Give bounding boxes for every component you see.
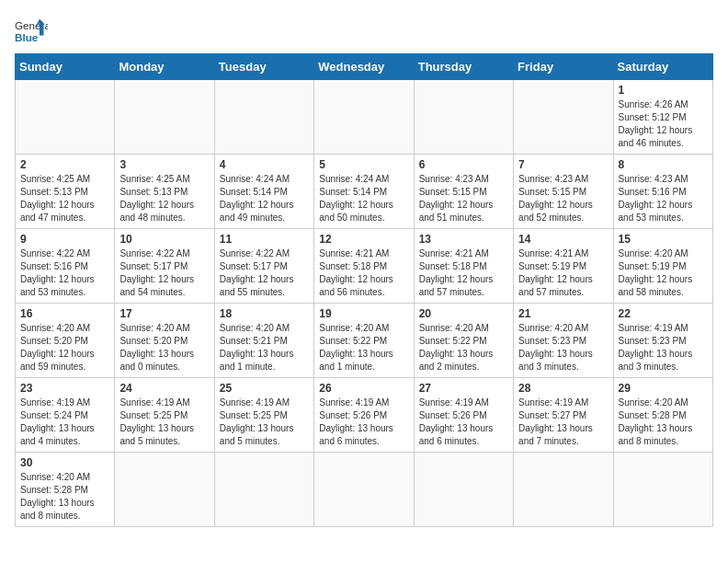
day-info: Sunrise: 4:19 AM Sunset: 5:23 PM Dayligh… xyxy=(619,322,708,373)
day-info: Sunrise: 4:24 AM Sunset: 5:14 PM Dayligh… xyxy=(220,173,309,224)
day-info: Sunrise: 4:19 AM Sunset: 5:26 PM Dayligh… xyxy=(419,396,508,448)
day-info: Sunrise: 4:22 AM Sunset: 5:16 PM Dayligh… xyxy=(20,247,109,299)
day-info: Sunrise: 4:23 AM Sunset: 5:15 PM Dayligh… xyxy=(419,173,508,224)
day-cell: 7Sunrise: 4:23 AM Sunset: 5:15 PM Daylig… xyxy=(514,155,613,229)
day-cell: 29Sunrise: 4:20 AM Sunset: 5:28 PM Dayli… xyxy=(613,378,712,453)
day-info: Sunrise: 4:21 AM Sunset: 5:19 PM Dayligh… xyxy=(518,247,608,299)
week-row-3: 16Sunrise: 4:20 AM Sunset: 5:20 PM Dayli… xyxy=(16,304,713,378)
day-number: 15 xyxy=(619,233,708,246)
week-row-2: 9Sunrise: 4:22 AM Sunset: 5:16 PM Daylig… xyxy=(16,229,713,304)
day-number: 13 xyxy=(419,233,508,246)
day-cell: 28Sunrise: 4:19 AM Sunset: 5:27 PM Dayli… xyxy=(514,378,613,453)
day-cell: 13Sunrise: 4:21 AM Sunset: 5:18 PM Dayli… xyxy=(414,229,513,304)
day-info: Sunrise: 4:26 AM Sunset: 5:12 PM Dayligh… xyxy=(619,98,708,150)
day-info: Sunrise: 4:25 AM Sunset: 5:13 PM Dayligh… xyxy=(119,173,209,224)
day-number: 3 xyxy=(119,158,209,171)
day-number: 25 xyxy=(220,382,309,395)
day-info: Sunrise: 4:23 AM Sunset: 5:16 PM Dayligh… xyxy=(619,173,708,224)
day-info: Sunrise: 4:20 AM Sunset: 5:22 PM Dayligh… xyxy=(319,322,408,373)
day-cell: 8Sunrise: 4:23 AM Sunset: 5:16 PM Daylig… xyxy=(613,155,712,229)
weekday-header-sunday: Sunday xyxy=(16,54,115,80)
header: General Blue xyxy=(15,15,713,48)
day-cell xyxy=(16,80,115,155)
day-number: 11 xyxy=(220,233,309,246)
day-number: 1 xyxy=(619,84,708,97)
day-cell xyxy=(214,453,313,527)
day-info: Sunrise: 4:20 AM Sunset: 5:19 PM Dayligh… xyxy=(619,247,708,299)
weekday-header-monday: Monday xyxy=(115,54,214,80)
day-info: Sunrise: 4:24 AM Sunset: 5:14 PM Dayligh… xyxy=(319,173,408,224)
week-row-4: 23Sunrise: 4:19 AM Sunset: 5:24 PM Dayli… xyxy=(16,378,713,453)
day-cell: 1Sunrise: 4:26 AM Sunset: 5:12 PM Daylig… xyxy=(613,80,712,155)
day-info: Sunrise: 4:22 AM Sunset: 5:17 PM Dayligh… xyxy=(119,247,209,299)
day-cell: 18Sunrise: 4:20 AM Sunset: 5:21 PM Dayli… xyxy=(214,304,313,378)
day-number: 28 xyxy=(518,382,608,395)
day-cell: 21Sunrise: 4:20 AM Sunset: 5:23 PM Dayli… xyxy=(514,304,613,378)
day-cell: 26Sunrise: 4:19 AM Sunset: 5:26 PM Dayli… xyxy=(314,378,414,453)
logo-icon: General Blue xyxy=(15,15,48,48)
day-cell: 9Sunrise: 4:22 AM Sunset: 5:16 PM Daylig… xyxy=(16,229,115,304)
day-info: Sunrise: 4:20 AM Sunset: 5:20 PM Dayligh… xyxy=(119,322,209,373)
day-number: 24 xyxy=(119,382,209,395)
day-cell xyxy=(414,80,513,155)
day-cell: 15Sunrise: 4:20 AM Sunset: 5:19 PM Dayli… xyxy=(613,229,712,304)
day-info: Sunrise: 4:21 AM Sunset: 5:18 PM Dayligh… xyxy=(419,247,508,299)
day-cell: 3Sunrise: 4:25 AM Sunset: 5:13 PM Daylig… xyxy=(115,155,214,229)
day-cell: 5Sunrise: 4:24 AM Sunset: 5:14 PM Daylig… xyxy=(314,155,414,229)
day-cell xyxy=(115,80,214,155)
day-number: 19 xyxy=(319,307,408,320)
day-info: Sunrise: 4:20 AM Sunset: 5:23 PM Dayligh… xyxy=(518,322,608,373)
day-cell: 30Sunrise: 4:20 AM Sunset: 5:28 PM Dayli… xyxy=(16,453,115,527)
day-number: 16 xyxy=(20,307,109,320)
logo: General Blue xyxy=(15,15,48,48)
day-number: 30 xyxy=(20,456,109,469)
day-number: 2 xyxy=(20,158,109,171)
day-number: 27 xyxy=(419,382,508,395)
svg-text:Blue: Blue xyxy=(15,31,39,43)
day-cell xyxy=(414,453,513,527)
day-number: 5 xyxy=(319,158,408,171)
day-number: 17 xyxy=(119,307,209,320)
day-info: Sunrise: 4:21 AM Sunset: 5:18 PM Dayligh… xyxy=(319,247,408,299)
day-number: 6 xyxy=(419,158,508,171)
day-info: Sunrise: 4:25 AM Sunset: 5:13 PM Dayligh… xyxy=(20,173,109,224)
weekday-header-friday: Friday xyxy=(514,54,613,80)
day-cell: 23Sunrise: 4:19 AM Sunset: 5:24 PM Dayli… xyxy=(16,378,115,453)
day-info: Sunrise: 4:23 AM Sunset: 5:15 PM Dayligh… xyxy=(518,173,608,224)
day-info: Sunrise: 4:20 AM Sunset: 5:22 PM Dayligh… xyxy=(419,322,508,373)
day-cell: 20Sunrise: 4:20 AM Sunset: 5:22 PM Dayli… xyxy=(414,304,513,378)
day-number: 9 xyxy=(20,233,109,246)
day-number: 23 xyxy=(20,382,109,395)
day-number: 8 xyxy=(619,158,708,171)
day-info: Sunrise: 4:19 AM Sunset: 5:27 PM Dayligh… xyxy=(518,396,608,448)
day-cell: 27Sunrise: 4:19 AM Sunset: 5:26 PM Dayli… xyxy=(414,378,513,453)
day-number: 22 xyxy=(619,307,708,320)
weekday-header-tuesday: Tuesday xyxy=(214,54,313,80)
day-cell: 19Sunrise: 4:20 AM Sunset: 5:22 PM Dayli… xyxy=(314,304,414,378)
day-number: 12 xyxy=(319,233,408,246)
day-cell xyxy=(115,453,214,527)
day-cell xyxy=(314,453,414,527)
day-cell xyxy=(314,80,414,155)
day-cell xyxy=(214,80,313,155)
day-cell: 11Sunrise: 4:22 AM Sunset: 5:17 PM Dayli… xyxy=(214,229,313,304)
day-info: Sunrise: 4:20 AM Sunset: 5:21 PM Dayligh… xyxy=(220,322,309,373)
day-info: Sunrise: 4:19 AM Sunset: 5:25 PM Dayligh… xyxy=(119,396,209,448)
day-number: 29 xyxy=(619,382,708,395)
day-number: 10 xyxy=(119,233,209,246)
day-cell: 2Sunrise: 4:25 AM Sunset: 5:13 PM Daylig… xyxy=(16,155,115,229)
day-number: 4 xyxy=(220,158,309,171)
day-cell: 25Sunrise: 4:19 AM Sunset: 5:25 PM Dayli… xyxy=(214,378,313,453)
day-cell: 16Sunrise: 4:20 AM Sunset: 5:20 PM Dayli… xyxy=(16,304,115,378)
day-number: 7 xyxy=(518,158,608,171)
week-row-1: 2Sunrise: 4:25 AM Sunset: 5:13 PM Daylig… xyxy=(16,155,713,229)
day-info: Sunrise: 4:20 AM Sunset: 5:20 PM Dayligh… xyxy=(20,322,109,373)
day-cell: 4Sunrise: 4:24 AM Sunset: 5:14 PM Daylig… xyxy=(214,155,313,229)
day-number: 21 xyxy=(518,307,608,320)
day-info: Sunrise: 4:20 AM Sunset: 5:28 PM Dayligh… xyxy=(20,471,109,523)
day-cell: 22Sunrise: 4:19 AM Sunset: 5:23 PM Dayli… xyxy=(613,304,712,378)
day-number: 18 xyxy=(220,307,309,320)
day-cell xyxy=(613,453,712,527)
day-cell xyxy=(514,453,613,527)
weekday-header-saturday: Saturday xyxy=(613,54,712,80)
